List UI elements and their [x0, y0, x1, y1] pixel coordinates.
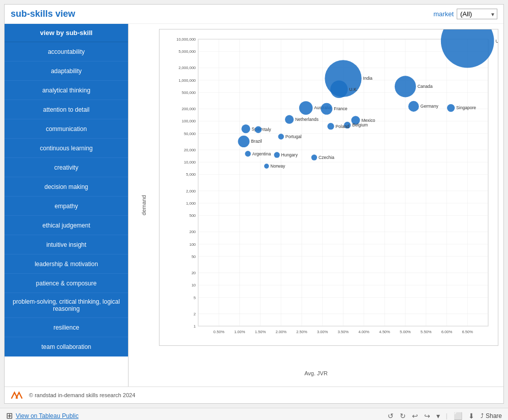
- svg-text:5,000: 5,000: [186, 172, 196, 177]
- svg-point-79: [408, 101, 419, 112]
- svg-text:2,000,000: 2,000,000: [179, 66, 196, 70]
- redo-icon[interactable]: ↻: [400, 412, 406, 420]
- svg-text:10: 10: [192, 283, 196, 287]
- sidebar-item-6[interactable]: creativity: [5, 158, 128, 177]
- svg-point-107: [264, 164, 269, 169]
- tableau-view-link[interactable]: View on Tableau Public: [16, 412, 79, 419]
- sidebar-item-9[interactable]: ethical judgement: [5, 216, 128, 235]
- sidebar-item-13[interactable]: problem-solving, critical thinking, logi…: [5, 293, 128, 318]
- svg-text:Czechia: Czechia: [319, 155, 334, 160]
- sidebar-item-10[interactable]: intuitive insight: [5, 235, 128, 254]
- dropdown-icon[interactable]: ▾: [436, 412, 440, 420]
- svg-text:200,000: 200,000: [182, 107, 196, 111]
- svg-text:1,000,000: 1,000,000: [179, 78, 196, 83]
- svg-point-109: [311, 154, 317, 160]
- sidebar-item-2[interactable]: analytical thinking: [5, 81, 128, 100]
- svg-text:20,000: 20,000: [184, 148, 196, 152]
- forward-icon[interactable]: ↪: [424, 412, 430, 420]
- svg-point-87: [285, 115, 294, 124]
- y-axis-label: demand: [141, 195, 147, 215]
- svg-text:1.00%: 1.00%: [234, 330, 245, 334]
- market-label: market: [433, 10, 454, 18]
- scatter-chart: 10,000,0005,000,0002,000,0001,000,000500…: [160, 29, 498, 345]
- device-icon[interactable]: ⬜: [454, 412, 462, 420]
- sidebar-header: view by sub-skill: [5, 24, 128, 42]
- chart-wrapper: 10,000,0005,000,0002,000,0001,000,000500…: [159, 29, 498, 346]
- randstad-logo-icon: [11, 390, 26, 400]
- sidebar: view by sub-skill accountabilityadaptabi…: [5, 24, 129, 386]
- undo-icon[interactable]: ↺: [388, 412, 394, 420]
- svg-point-101: [238, 136, 249, 147]
- outer-container: sub-skills view market (All) ▼ view by s…: [0, 0, 508, 420]
- svg-text:Italy: Italy: [263, 127, 271, 132]
- svg-text:20: 20: [192, 271, 196, 275]
- svg-text:1: 1: [194, 324, 196, 329]
- svg-text:4.50%: 4.50%: [379, 330, 390, 334]
- svg-text:500,000: 500,000: [182, 90, 196, 95]
- sidebar-item-15[interactable]: team collaboration: [5, 337, 128, 357]
- tableau-bar: ⊞ View on Tableau Public ↺ ↻ ↩ ↪ ▾ | ⬜ ⬇…: [0, 408, 508, 420]
- svg-point-75: [330, 81, 347, 98]
- x-axis-label: Avg. JVR: [304, 370, 328, 376]
- download-icon[interactable]: ⬇: [468, 412, 474, 420]
- chart-area: demand 10,000,0005,000,0002,000,0001,000…: [129, 24, 503, 386]
- share-button[interactable]: ⤴ Share: [481, 412, 502, 419]
- svg-point-103: [245, 151, 250, 156]
- sidebar-item-3[interactable]: attention to detail: [5, 100, 128, 119]
- market-select[interactable]: (All): [457, 9, 497, 19]
- sidebar-item-12[interactable]: patience & composure: [5, 274, 128, 293]
- sidebar-item-5[interactable]: continuous learning: [5, 139, 128, 158]
- share-icon: ⤴: [481, 412, 484, 419]
- svg-text:3.50%: 3.50%: [338, 330, 349, 334]
- svg-text:Argentina: Argentina: [252, 151, 271, 156]
- svg-text:4.00%: 4.00%: [359, 330, 370, 334]
- header: sub-skills view market (All) ▼: [5, 5, 503, 24]
- back-icon[interactable]: ↩: [412, 412, 418, 420]
- svg-text:U.K.: U.K.: [349, 87, 358, 92]
- svg-point-83: [299, 101, 313, 115]
- svg-text:5.00%: 5.00%: [400, 330, 411, 334]
- footer-bar: © randstad in-demand skills research 202…: [5, 386, 503, 403]
- sidebar-item-7[interactable]: decision making: [5, 177, 128, 197]
- svg-text:1.50%: 1.50%: [255, 330, 266, 334]
- svg-text:France: France: [334, 106, 347, 111]
- sidebar-item-11[interactable]: leadership & motivation: [5, 254, 128, 274]
- svg-text:200: 200: [189, 230, 196, 234]
- svg-text:India: India: [363, 76, 373, 81]
- sidebar-item-0[interactable]: accountability: [5, 42, 128, 61]
- svg-text:6.50%: 6.50%: [462, 330, 473, 334]
- svg-text:0.50%: 0.50%: [213, 330, 225, 334]
- tableau-left: ⊞ View on Tableau Public: [6, 411, 79, 420]
- sidebar-item-4[interactable]: communication: [5, 119, 128, 139]
- share-label: Share: [486, 412, 502, 419]
- svg-text:2: 2: [194, 312, 196, 316]
- content-area: view by sub-skill accountabilityadaptabi…: [5, 24, 503, 386]
- page-title: sub-skills view: [11, 9, 75, 19]
- svg-text:Germany: Germany: [420, 104, 438, 109]
- svg-text:100: 100: [189, 242, 196, 247]
- svg-text:U.S.: U.S.: [495, 39, 498, 44]
- svg-text:Portugal: Portugal: [285, 134, 302, 139]
- svg-point-99: [278, 134, 284, 139]
- svg-text:1,000: 1,000: [186, 201, 196, 206]
- sidebar-item-8[interactable]: empathy: [5, 197, 128, 216]
- svg-text:50: 50: [192, 254, 196, 259]
- svg-text:Hungary: Hungary: [281, 152, 298, 157]
- sidebar-item-14[interactable]: resilience: [5, 318, 128, 337]
- tableau-right: ↺ ↻ ↩ ↪ ▾ | ⬜ ⬇ ⤴ Share: [388, 412, 502, 420]
- svg-text:50,000: 50,000: [184, 132, 196, 136]
- svg-text:5: 5: [194, 296, 196, 300]
- tableau-grid-icon: ⊞: [6, 411, 13, 420]
- svg-text:2.50%: 2.50%: [296, 330, 307, 334]
- randstad-logo: © randstad in-demand skills research 202…: [11, 390, 135, 400]
- market-control: market (All) ▼: [433, 9, 497, 19]
- svg-text:10,000: 10,000: [184, 160, 196, 165]
- svg-text:5,000,000: 5,000,000: [179, 49, 196, 54]
- randstad-text: © randstad in-demand skills research 202…: [29, 392, 135, 398]
- svg-point-97: [255, 126, 262, 133]
- svg-text:2,000: 2,000: [186, 189, 196, 193]
- market-select-wrapper[interactable]: (All) ▼: [457, 9, 497, 19]
- svg-text:6.00%: 6.00%: [441, 330, 453, 334]
- sidebar-item-1[interactable]: adaptability: [5, 61, 128, 81]
- svg-point-85: [321, 103, 333, 115]
